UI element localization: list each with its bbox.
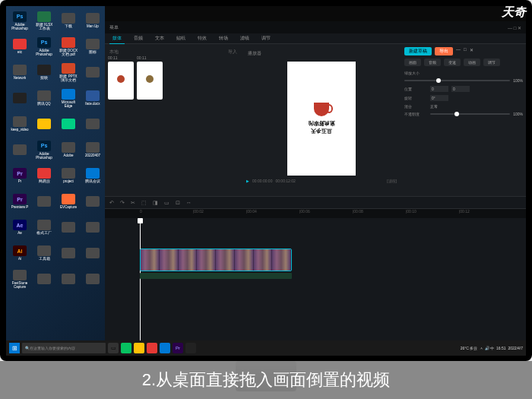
timeline-tool[interactable]: ⬚ bbox=[141, 200, 147, 206]
editor-tab[interactable]: 文本 bbox=[152, 33, 167, 43]
desktop-icon[interactable] bbox=[58, 268, 79, 290]
pos-y-input[interactable] bbox=[451, 86, 470, 92]
opacity-slider[interactable] bbox=[430, 113, 510, 115]
desktop-icon[interactable] bbox=[82, 268, 103, 290]
maximize-icon[interactable]: □ bbox=[464, 47, 467, 55]
jianying-icon[interactable] bbox=[185, 343, 196, 353]
property-tab[interactable]: 变速 bbox=[444, 59, 461, 66]
desktop-icon[interactable]: project bbox=[58, 164, 79, 187]
desktop-icon[interactable] bbox=[33, 190, 55, 213]
desktop-icon[interactable] bbox=[82, 61, 103, 84]
property-tab[interactable]: 调节 bbox=[483, 59, 500, 66]
editor-tab[interactable]: 特效 bbox=[195, 33, 210, 43]
folder-icon[interactable] bbox=[134, 343, 144, 353]
desktop-icon[interactable]: face.docx bbox=[82, 87, 103, 109]
export-button[interactable]: 导出 bbox=[435, 47, 453, 55]
property-tab[interactable]: 画面 bbox=[404, 59, 421, 66]
desktop-icon[interactable] bbox=[58, 112, 79, 135]
desktop-icon[interactable]: EVCapture bbox=[58, 190, 79, 213]
desktop-icon[interactable]: 工具箱 bbox=[33, 242, 55, 264]
editor-tab[interactable]: 转场 bbox=[216, 33, 231, 43]
desktop-icon[interactable]: 下载 bbox=[58, 9, 79, 32]
editor-tab[interactable]: 调节 bbox=[258, 33, 274, 43]
task-view-icon[interactable]: ▭ bbox=[108, 343, 119, 353]
desktop-icon[interactable]: 格式工厂 bbox=[33, 216, 55, 239]
desktop-icon[interactable]: etc bbox=[9, 35, 30, 58]
desktop-icon[interactable]: 腾讯会议 bbox=[82, 164, 103, 187]
editor-tab[interactable]: 音频 bbox=[131, 33, 146, 43]
media-import-label[interactable]: 导入 bbox=[228, 49, 237, 55]
desktop-icon[interactable]: 剪映 bbox=[33, 61, 55, 84]
video-clip[interactable]: 20220407.mp4 00:00:11:02 bbox=[140, 249, 292, 271]
timeline-ruler[interactable]: 0|00:02|00:04|00:06|00:08|00:10|00:12 bbox=[105, 209, 526, 218]
desktop-icon[interactable]: 网易云 bbox=[33, 164, 55, 187]
desktop-icon[interactable] bbox=[82, 216, 103, 239]
desktop-icon[interactable] bbox=[82, 190, 103, 213]
desktop-icon[interactable] bbox=[9, 138, 30, 161]
property-tab[interactable]: 音频 bbox=[424, 59, 441, 66]
media-thumbnail[interactable]: 00:11 bbox=[137, 62, 163, 100]
desktop-icon[interactable] bbox=[82, 112, 103, 135]
menu-button[interactable]: 菜单 bbox=[109, 24, 119, 31]
desktop-icon[interactable]: 腾讯QQ bbox=[33, 87, 55, 109]
desktop-icon[interactable] bbox=[33, 112, 55, 135]
system-tray[interactable]: 26°C 多云 ㅅ 🔊 中 16:51 2022/4/7 bbox=[461, 346, 523, 350]
desktop-icon[interactable]: PrPr bbox=[9, 164, 30, 187]
desktop-icon[interactable]: Man Up bbox=[82, 9, 103, 32]
app-icon[interactable] bbox=[147, 343, 157, 353]
timeline-tool[interactable]: ◨ bbox=[153, 200, 158, 206]
desktop-icon[interactable]: Microsoft Edge bbox=[58, 87, 79, 109]
playhead[interactable] bbox=[140, 218, 141, 355]
desktop-icon[interactable]: PsAdobe Photoshop bbox=[33, 138, 55, 161]
taskbar-search[interactable]: 🔍 在这里输入你要搜索的内容 bbox=[22, 343, 106, 353]
rotate-input[interactable] bbox=[430, 95, 448, 101]
timeline-tool[interactable]: ✂ bbox=[131, 200, 135, 206]
audio-clip[interactable] bbox=[140, 273, 292, 279]
desktop-icon[interactable]: AiAi bbox=[9, 242, 30, 264]
media-local-label[interactable]: 本地 bbox=[109, 49, 119, 55]
close-icon[interactable]: ✕ bbox=[470, 47, 473, 55]
desktop-icon[interactable]: 新建 PPTX 演示文档 bbox=[58, 61, 79, 84]
window-controls[interactable]: — □ ✕ bbox=[508, 25, 521, 30]
timeline-tool[interactable]: ⊡ bbox=[176, 200, 180, 206]
timeline-tracks[interactable]: 20220407.mp4 00:00:11:02 bbox=[105, 218, 526, 221]
desktop-icon[interactable]: AeAe bbox=[9, 216, 30, 239]
clock-time[interactable]: 16:51 bbox=[496, 346, 506, 350]
desktop-icon[interactable]: 20220407 bbox=[82, 138, 103, 161]
desktop-icon[interactable]: PsAdobe Photoshop bbox=[33, 35, 55, 58]
timeline-tool[interactable]: ↶ bbox=[109, 200, 114, 206]
desktop-icon[interactable]: FastStone Capture bbox=[9, 268, 30, 290]
new-draft-button[interactable]: 新建草稿 bbox=[404, 47, 432, 55]
desktop-icon[interactable]: 新建 DOCX 文档.pdf bbox=[58, 35, 79, 58]
media-thumbnail[interactable]: 00:11 bbox=[108, 62, 134, 100]
scale-slider[interactable] bbox=[404, 80, 510, 81]
editor-tab[interactable]: 滤镜 bbox=[237, 33, 252, 43]
desktop-icon[interactable] bbox=[33, 268, 55, 290]
desktop-icon[interactable]: PsAdobe Photoshop bbox=[9, 9, 30, 32]
timeline-tool[interactable]: ↔ bbox=[186, 200, 192, 205]
editor-tab[interactable]: 贴纸 bbox=[173, 33, 188, 43]
timeline-tool[interactable]: ▭ bbox=[164, 200, 169, 206]
play-button[interactable]: ▶ bbox=[246, 179, 249, 183]
property-tab[interactable]: 动画 bbox=[464, 59, 480, 66]
timeline-tool[interactable]: ↷ bbox=[120, 200, 125, 206]
wechat-icon[interactable] bbox=[121, 343, 131, 353]
editor-tab[interactable]: 媒体 bbox=[109, 33, 125, 44]
desktop-icon[interactable] bbox=[58, 242, 79, 264]
desktop-icon[interactable]: 新建 XLSX 工作表 bbox=[33, 9, 55, 32]
pos-x-input[interactable] bbox=[430, 86, 448, 92]
desktop-icon[interactable] bbox=[58, 216, 79, 239]
minimize-icon[interactable]: — bbox=[456, 47, 461, 55]
blend-mode[interactable]: 正常 bbox=[430, 104, 438, 109]
start-button[interactable]: ⊞ bbox=[9, 343, 20, 353]
edge-icon[interactable] bbox=[160, 343, 170, 353]
preview-canvas[interactable]: 天冬正旦 的审视角度 bbox=[287, 62, 356, 176]
aspect-ratio[interactable]: [适应] bbox=[387, 179, 397, 183]
desktop-icon[interactable]: PrPremiere P bbox=[9, 190, 30, 213]
desktop-icon[interactable]: 图标 bbox=[82, 35, 103, 58]
desktop-icon[interactable] bbox=[82, 242, 103, 264]
weather-widget[interactable]: 26°C 多云 bbox=[461, 346, 478, 350]
desktop-icon[interactable]: keep_video bbox=[9, 112, 30, 135]
premiere-icon[interactable]: Pr bbox=[173, 343, 183, 353]
desktop-icon[interactable]: Network bbox=[9, 61, 30, 84]
